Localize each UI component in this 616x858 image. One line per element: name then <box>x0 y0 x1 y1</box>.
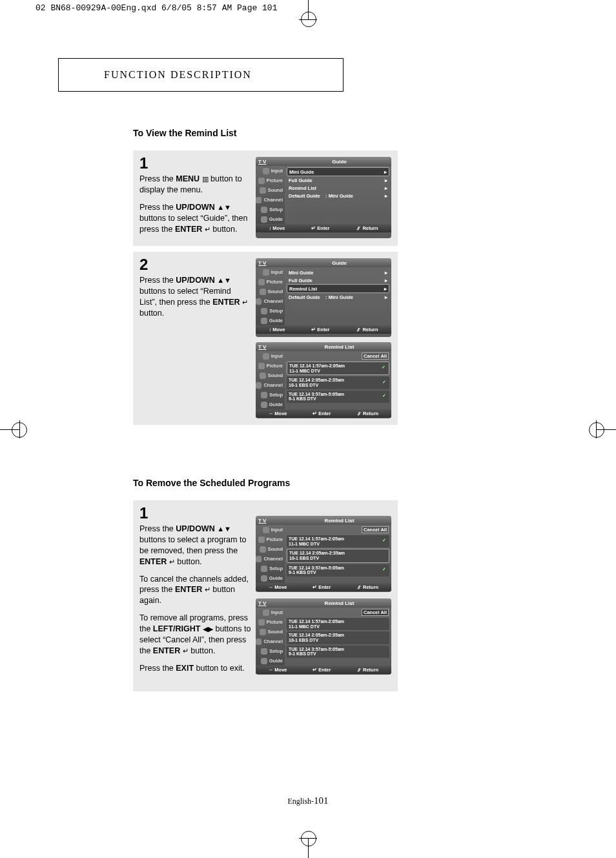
left-right-icon: ◀▶ <box>203 625 213 633</box>
step-number: 1 <box>139 504 148 522</box>
print-header: 02 BN68-00929A-00Eng.qxd 6/8/05 8:57 AM … <box>36 3 277 13</box>
step-text: Press the UP/DOWN ▲▼ buttons to select “… <box>139 275 249 325</box>
step-panel-2: 2 Press the UP/DOWN ▲▼ buttons to select… <box>133 252 398 425</box>
cancel-all-button: Cancel All <box>362 352 389 360</box>
osd-remind-list-3: T VRemind List Input Picture Sound Chann… <box>256 598 391 675</box>
enter-icon: ↵ <box>183 647 189 655</box>
subsection-title-1: To View the Remind List <box>133 128 237 138</box>
osd-remind-list-1: T VRemind List Input Picture Sound Chann… <box>256 342 391 418</box>
enter-icon: ↵ <box>169 558 175 566</box>
osd-guide-1: T VGuide Input Picture Sound Channel Set… <box>256 157 391 238</box>
section-header-box: FUNCTION DESCRIPTION <box>58 58 344 92</box>
menu-icon: ▥ <box>202 175 209 183</box>
subsection-title-2: To Remove the Scheduled Programs <box>133 478 290 488</box>
osd-remind-list-2: T VRemind List Input Picture Sound Chann… <box>256 516 391 592</box>
page-number: English-101 <box>287 795 328 806</box>
step-panel-3: 1 Press the UP/DOWN ▲▼ buttons to select… <box>133 500 398 691</box>
step-panel-1: 1 Press the MENU ▥ button to display the… <box>133 150 398 246</box>
enter-icon: ↵ <box>242 298 248 306</box>
step-number: 1 <box>139 154 148 172</box>
enter-icon: ↵ <box>205 586 210 593</box>
cancel-all-button: Cancel All <box>362 526 389 533</box>
section-header-text: FUNCTION DESCRIPTION <box>104 69 252 81</box>
step-text: Press the MENU ▥ button to display the m… <box>139 174 249 241</box>
cancel-all-button: Cancel All <box>362 609 389 616</box>
up-down-icon: ▲▼ <box>217 276 231 284</box>
up-down-icon: ▲▼ <box>217 525 231 533</box>
step-text: Press the UP/DOWN ▲▼ buttons to select a… <box>139 524 252 680</box>
step-number: 2 <box>139 256 148 274</box>
up-down-icon: ▲▼ <box>217 203 231 211</box>
osd-guide-2: T VGuide Input Picture Sound Channel Set… <box>256 258 391 337</box>
enter-icon: ↵ <box>205 225 210 233</box>
